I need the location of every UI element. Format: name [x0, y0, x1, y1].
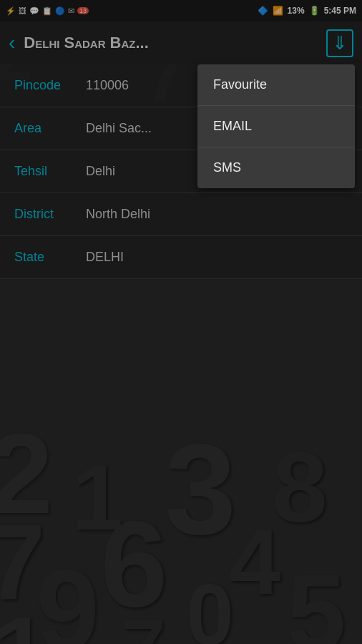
- dropdown-item-favourite[interactable]: Favourite: [197, 64, 355, 106]
- dropdown-items-container: FavouriteEMAILSMS: [197, 64, 355, 188]
- dropdown-item-sms[interactable]: SMS: [197, 147, 355, 188]
- dropdown-item-email[interactable]: EMAIL: [197, 106, 355, 147]
- dropdown-menu: FavouriteEMAILSMS: [197, 64, 355, 188]
